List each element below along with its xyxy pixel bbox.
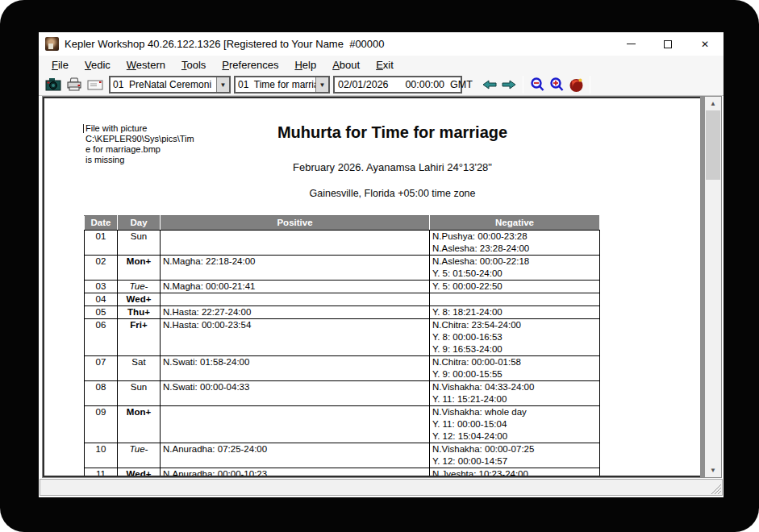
positive-cell: N.Anuradha: 07:25-24:00 (161, 443, 430, 468)
positive-cell: N.Magha: 00:00-21:41 (161, 281, 430, 293)
positive-cell (161, 293, 430, 306)
day-cell: Wed+ (118, 293, 161, 306)
table-row: 03Tue-N.Magha: 00:00-21:41Y. 5: 00:00-22… (85, 281, 600, 293)
menu-item-tools[interactable]: Tools (173, 57, 214, 73)
next-month-button[interactable] (499, 77, 519, 93)
table-row: 01SunN.Pushya: 00:00-23:28N.Aslesha: 23:… (85, 231, 600, 256)
minimize-icon (627, 44, 636, 44)
date-cell: 08 (85, 381, 118, 406)
positive-cell (161, 406, 430, 443)
table-row: 11Wed+N.Anuradha: 00:00-10:23N.Jyeshta: … (85, 468, 600, 478)
title-bar: Kepler Workshop 40.26.122.1326 [Register… (39, 32, 724, 56)
report-page: File with picture C:\KEPLER90\Sys\pics\T… (43, 97, 700, 477)
text-cursor (83, 124, 84, 133)
maximize-button[interactable] (649, 32, 686, 56)
date-cell: 03 (85, 281, 118, 293)
column-header-day: Day (118, 216, 161, 231)
menu-item-vedic[interactable]: Vedic (77, 57, 119, 73)
positive-cell: N.Hasta: 22:27-24:00 (161, 306, 430, 319)
day-cell: Sun (118, 231, 161, 256)
back-arrow-icon (482, 80, 497, 89)
zoom-out-icon (530, 77, 545, 93)
zoom-in-button[interactable] (547, 77, 566, 93)
menu-item-about[interactable]: About (324, 57, 368, 73)
day-cell: Tue- (118, 443, 161, 468)
red-globe-icon (569, 77, 584, 93)
date-cell: 02 (85, 256, 118, 281)
table-row: 08SunN.Swati: 00:00-04:33N.Vishakha: 04:… (85, 381, 600, 406)
category-combobox-value: 01 PreNatal Ceremoni (111, 79, 216, 90)
menu-item-file[interactable]: File (44, 57, 77, 73)
date-cell: 10 (85, 443, 118, 468)
scrollbar-thumb[interactable] (706, 110, 720, 180)
print-button[interactable] (65, 77, 83, 93)
muhurta-table: DateDayPositiveNegative 01SunN.Pushya: 0… (84, 215, 600, 477)
maximize-icon (664, 40, 672, 48)
scroll-up-button[interactable]: ▲ (705, 97, 721, 110)
positive-cell: N.Swati: 01:58-24:00 (161, 356, 430, 381)
window-controls: ✕ (612, 32, 724, 56)
globe-button[interactable] (566, 77, 586, 93)
date-cell: 09 (85, 406, 118, 443)
positive-cell: N.Swati: 00:00-04:33 (161, 381, 430, 406)
camera-button[interactable] (44, 77, 62, 93)
day-cell: Sun (118, 381, 161, 406)
negative-cell: Y. 5: 00:00-22:50 (430, 281, 600, 293)
chevron-down-icon[interactable]: ▼ (216, 77, 229, 92)
date-cell: 01 (85, 231, 118, 256)
positive-cell: N.Hasta: 00:00-23:54 (161, 319, 430, 356)
day-cell: Wed+ (118, 468, 161, 478)
scroll-down-button[interactable]: ▼ (705, 463, 721, 477)
close-icon: ✕ (701, 39, 709, 50)
date-cell: 11 (85, 468, 118, 478)
day-cell: Mon+ (118, 256, 161, 281)
table-row: 05Thu+N.Hasta: 22:27-24:00Y. 8: 18:21-24… (85, 306, 600, 319)
scroll-down-icon: ▼ (710, 467, 716, 474)
table-row: 09Mon+N.Vishakha: whole dayY. 11: 00:00-… (85, 406, 600, 443)
datetime-field[interactable]: 02/01/2026 00:00:00 GMT (333, 76, 462, 94)
zoom-out-button[interactable] (528, 77, 547, 93)
report-title: Muhurta for Time for marriage (93, 123, 692, 142)
day-cell: Fri+ (118, 319, 161, 356)
table-row: 06Fri+N.Hasta: 00:00-23:54N.Chitra: 23:5… (85, 319, 600, 356)
chevron-down-icon[interactable]: ▼ (315, 77, 328, 92)
report-subtitle-month: February 2026. Ayanamsa Lahiri 24°13'28" (93, 161, 692, 173)
app-window: Kepler Workshop 40.26.122.1326 [Register… (39, 32, 724, 497)
menu-item-help[interactable]: Help (286, 57, 324, 73)
negative-cell: N.Jyeshta: 10:23-24:00 (430, 468, 600, 478)
column-header-date: Date (85, 216, 118, 231)
menu-item-western[interactable]: Western (119, 57, 173, 73)
resize-grip-icon[interactable] (709, 482, 721, 494)
screenshot-frame: Kepler Workshop 40.26.122.1326 [Register… (0, 0, 759, 532)
category-combobox[interactable]: 01 PreNatal Ceremoni ▼ (109, 76, 231, 94)
positive-cell (161, 231, 430, 256)
email-button[interactable] (86, 77, 104, 93)
event-combobox[interactable]: 01 Time for marria ▼ (234, 76, 330, 94)
forward-arrow-icon (502, 80, 516, 89)
date-cell: 04 (85, 293, 118, 306)
day-cell: Thu+ (118, 306, 161, 319)
menu-item-exit[interactable]: Exit (368, 57, 402, 73)
column-header-negative: Negative (430, 216, 600, 231)
toolbar-separator (523, 76, 523, 94)
negative-cell: N.Pushya: 00:00-23:28N.Aslesha: 23:28-24… (430, 231, 600, 256)
column-header-positive: Positive (161, 216, 430, 231)
vertical-scrollbar[interactable]: ▲ ▼ (705, 97, 721, 477)
negative-cell: N.Aslesha: 00:00-22:18Y. 5: 01:50-24:00 (430, 256, 600, 281)
toolbar-separator (590, 76, 590, 94)
report-subtitle-location: Gainesville, Florida +05:00 time zone (93, 188, 692, 199)
negative-cell (430, 293, 600, 306)
positive-cell: N.Anuradha: 00:00-10:23 (161, 468, 430, 478)
menu-item-preferences[interactable]: Preferences (214, 57, 286, 73)
positive-cell: N.Magha: 22:18-24:00 (161, 256, 430, 281)
event-combobox-value: 01 Time for marria (236, 79, 315, 90)
previous-month-button[interactable] (480, 77, 499, 93)
negative-cell: Y. 8: 18:21-24:00 (430, 306, 600, 319)
toolbar: 01 PreNatal Ceremoni ▼ 01 Time for marri… (39, 74, 724, 96)
close-button[interactable]: ✕ (686, 32, 724, 56)
date-cell: 05 (85, 306, 118, 319)
camera-icon (45, 77, 61, 92)
minimize-button[interactable] (612, 32, 649, 56)
email-icon (87, 79, 103, 90)
table-row: 04Wed+ (85, 293, 600, 306)
